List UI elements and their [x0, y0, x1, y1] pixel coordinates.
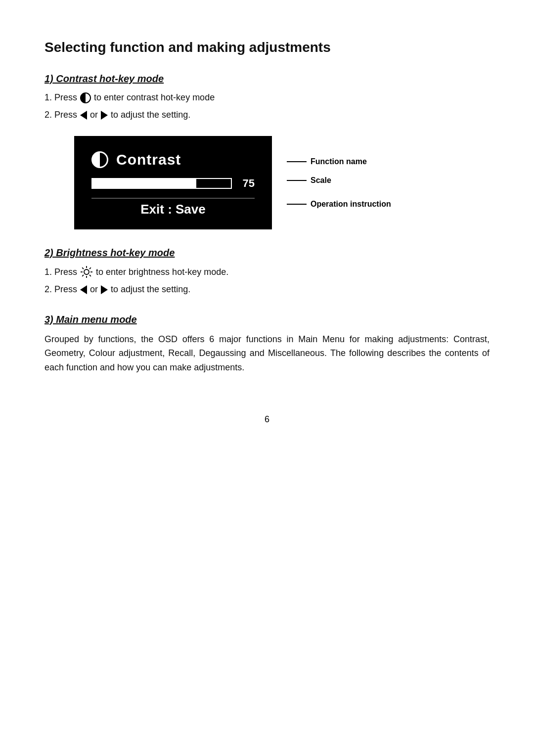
step1-prefix: 1. Press: [44, 91, 77, 104]
osd-scale-row: 75: [91, 177, 255, 190]
label-line-function: [287, 161, 307, 162]
section2-step1: 1. Press to enter brightness hot-key mod…: [44, 266, 490, 278]
section3-title: 3) Main menu mode: [44, 314, 490, 325]
section-brightness-hotkey: 2) Brightness hot-key mode 1. Press to e…: [44, 247, 490, 296]
section2-step2: 2. Press or to adjust the setting.: [44, 283, 490, 296]
label-scale-text: Scale: [311, 176, 331, 185]
contrast-icon: [80, 92, 91, 103]
label-operation-text: Operation instruction: [311, 200, 391, 209]
osd-exit-text: Exit : Save: [91, 198, 255, 217]
svg-line-5: [82, 268, 84, 269]
step2-prefix: 2. Press: [44, 109, 77, 121]
osd-labels-wrapper: Function name Scale Operation instructio…: [287, 152, 391, 214]
s2-step2-suffix: to adjust the setting.: [111, 283, 190, 296]
step2-middle: or: [90, 109, 98, 121]
osd-label-operation: Operation instruction: [287, 200, 391, 209]
osd-function-name-text: Contrast: [116, 151, 181, 168]
s2-step2-middle: or: [90, 283, 98, 296]
left-arrow-icon-2: [80, 285, 87, 294]
step1-suffix: to enter contrast hot-key mode: [94, 91, 215, 104]
osd-bar-value: 75: [237, 177, 255, 190]
page-number: 6: [44, 414, 490, 425]
step2-suffix: to adjust the setting.: [111, 109, 190, 121]
section2-title: 2) Brightness hot-key mode: [44, 247, 490, 259]
section-contrast-hotkey: 1) Contrast hot-key mode 1. Press to ent…: [44, 73, 490, 229]
svg-line-8: [82, 275, 84, 276]
s2-step1-suffix: to enter brightness hot-key mode.: [96, 266, 228, 278]
svg-line-6: [89, 275, 91, 276]
right-arrow-icon: [101, 111, 108, 120]
section1-title: 1) Contrast hot-key mode: [44, 73, 490, 85]
s2-step2-prefix: 2. Press: [44, 283, 77, 296]
osd-bar-fill: [92, 179, 196, 188]
osd-contrast-icon: [91, 151, 108, 168]
brightness-icon: [80, 266, 93, 278]
svg-line-7: [89, 268, 91, 269]
osd-label-scale: Scale: [287, 176, 391, 185]
page-title: Selecting function and making adjustment…: [44, 40, 490, 55]
osd-label-function-name: Function name: [287, 157, 391, 166]
label-line-scale: [287, 180, 307, 181]
osd-display-container: Contrast 75 Exit : Save Function name Sc…: [74, 136, 490, 229]
section-main-menu: 3) Main menu mode Grouped by functions, …: [44, 314, 490, 375]
osd-bar-container: [91, 178, 232, 189]
svg-point-0: [84, 269, 89, 274]
section3-paragraph: Grouped by functions, the OSD offers 6 m…: [44, 332, 490, 375]
osd-header: Contrast: [91, 151, 255, 168]
osd-box: Contrast 75 Exit : Save: [74, 136, 272, 229]
left-arrow-icon: [80, 111, 87, 120]
s2-step1-prefix: 1. Press: [44, 266, 77, 278]
label-line-operation: [287, 204, 307, 205]
right-arrow-icon-2: [101, 285, 108, 294]
section1-step1: 1. Press to enter contrast hot-key mode: [44, 91, 490, 104]
label-function-name-text: Function name: [311, 157, 367, 166]
section1-step2: 2. Press or to adjust the setting.: [44, 109, 490, 121]
